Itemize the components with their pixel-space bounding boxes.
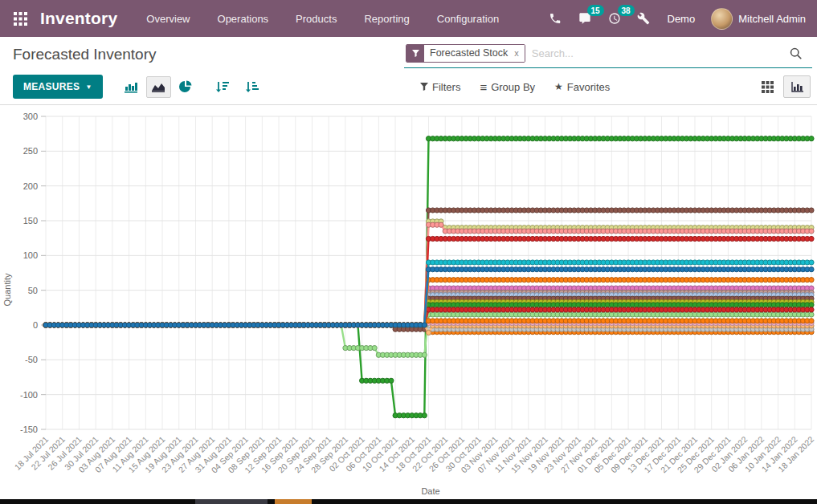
user-avatar [711, 8, 733, 30]
svg-text:300: 300 [23, 112, 38, 121]
group-by-button[interactable]: ≡ Group By [480, 80, 535, 94]
filters-button[interactable]: Filters [420, 81, 460, 93]
bottom-taskbar-strip [0, 499, 817, 504]
pivot-view-switch-icon[interactable] [754, 75, 781, 98]
taskbar-gray-segment [195, 499, 268, 504]
x-axis-title: Date [421, 486, 439, 496]
svg-text:100: 100 [23, 250, 38, 260]
measures-button[interactable]: MEASURES▼ [13, 75, 103, 99]
graph-view-switch-icon[interactable] [783, 75, 811, 98]
svg-text:-100: -100 [20, 390, 38, 400]
page-title: Forecasted Inventory [13, 46, 404, 63]
bar-chart-view-icon[interactable] [119, 76, 144, 98]
favorites-button[interactable]: ★ Favorites [554, 81, 610, 93]
taskbar-orange-segment [275, 499, 312, 504]
user-menu[interactable]: Mitchell Admin [711, 8, 806, 30]
messages-icon[interactable]: 15 [578, 12, 592, 25]
menu-item-products[interactable]: Products [296, 13, 337, 25]
sort-ascending-icon[interactable] [239, 76, 264, 98]
group-by-icon: ≡ [480, 80, 487, 94]
star-icon: ★ [554, 81, 563, 92]
control-panel-top: Forecasted Inventory Forecasted Stock x [0, 37, 817, 72]
svg-text:250: 250 [23, 146, 38, 156]
svg-text:-50: -50 [25, 355, 38, 364]
search-input[interactable] [532, 47, 782, 59]
chart-canvas[interactable]: 18 Jul 202122 Jul 202126 Jul 202130 Jul … [0, 105, 817, 499]
facet-filter-icon [406, 45, 424, 62]
filter-funnel-icon [420, 83, 428, 91]
top-navbar: Inventory Overview Operations Products R… [0, 0, 817, 37]
activities-clock-icon[interactable]: 38 [608, 12, 621, 25]
search-icon[interactable] [789, 47, 803, 60]
menu-item-operations[interactable]: Operations [218, 13, 269, 25]
tools-icon[interactable] [637, 12, 650, 25]
company-name[interactable]: Demo [668, 13, 696, 25]
app-title[interactable]: Inventory [40, 9, 117, 28]
svg-text:0: 0 [33, 320, 38, 330]
menu-item-reporting[interactable]: Reporting [364, 13, 409, 25]
menu-item-configuration[interactable]: Configuration [437, 13, 499, 25]
main-menu: Overview Operations Products Reporting C… [146, 13, 499, 25]
forecast-chart[interactable]: 18 Jul 202122 Jul 202126 Jul 202130 Jul … [0, 104, 817, 499]
caret-down-icon: ▼ [85, 83, 92, 91]
search-bar[interactable]: Forecasted Stock x [404, 42, 812, 68]
control-panel-buttons: MEASURES▼ [0, 72, 817, 104]
apps-menu-icon[interactable] [11, 10, 29, 27]
y-axis-title: Quantity [2, 273, 12, 306]
facet-label: Forecasted Stock [424, 45, 513, 62]
menu-item-overview[interactable]: Overview [146, 13, 190, 25]
messages-count-badge: 15 [587, 5, 604, 16]
user-name: Mitchell Admin [738, 13, 806, 25]
svg-text:50: 50 [28, 286, 38, 295]
activities-count-badge: 38 [618, 5, 635, 16]
svg-text:200: 200 [23, 181, 38, 191]
sort-descending-icon[interactable] [210, 76, 235, 98]
phone-icon[interactable] [549, 12, 562, 25]
svg-text:-150: -150 [20, 425, 38, 434]
search-facet[interactable]: Forecasted Stock x [406, 44, 525, 63]
facet-remove-icon[interactable]: x [513, 45, 525, 62]
pie-chart-view-icon[interactable] [174, 76, 198, 98]
svg-text:150: 150 [23, 216, 38, 226]
line-chart-view-icon[interactable] [146, 76, 171, 98]
